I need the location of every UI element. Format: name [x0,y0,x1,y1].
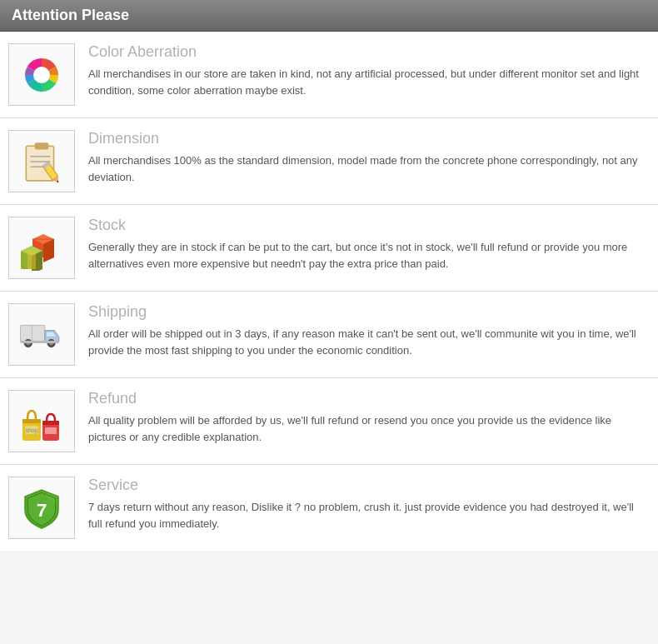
dimension-icon-box [8,130,75,192]
dimension-icon [19,139,64,184]
list-item: shop Refund All quality problem will be … [0,378,658,465]
items-container: Color Aberration All merchandises in our… [0,32,658,551]
svg-line-10 [57,181,58,182]
refund-content: Refund All quality problem will be affor… [88,390,650,445]
service-icon: 7 [19,486,64,531]
dimension-desc: All merchandises 100% as the standard di… [88,152,650,185]
service-desc: 7 days return without any reason, Dislik… [88,499,650,532]
color-aberration-icon [19,52,64,97]
list-item: Dimension All merchandises 100% as the s… [0,118,658,205]
color-aberration-content: Color Aberration All merchandises in our… [88,43,650,98]
dimension-content: Dimension All merchandises 100% as the s… [88,130,650,185]
svg-rect-31 [42,421,59,425]
refund-icon: shop [19,399,64,444]
stock-title: Stock [88,217,650,234]
shipping-desc: All order will be shipped out in 3 days,… [88,326,650,358]
svg-rect-3 [35,142,49,149]
color-aberration-title: Color Aberration [88,43,650,61]
refund-desc: All quality problem will be afforded by … [88,412,650,445]
shipping-icon-box [8,303,75,366]
stock-icon [19,226,64,271]
list-item: Stock Generally they are in stock if can… [0,205,658,292]
list-item: 7 Service 7 days return without any reas… [0,465,658,551]
list-item: Shipping All order will be shipped out i… [0,292,658,378]
stock-content: Stock Generally they are in stock if can… [88,217,650,272]
svg-point-1 [33,67,50,83]
list-item: Color Aberration All merchandises in our… [0,32,658,118]
refund-title: Refund [88,390,650,407]
stock-icon-box [8,217,75,279]
svg-rect-19 [21,325,45,342]
svg-rect-18 [27,251,36,269]
header: Attention Please [0,0,658,32]
svg-text:shop: shop [25,427,37,434]
service-icon-box: 7 [8,477,75,539]
svg-rect-24 [21,340,59,342]
svg-rect-32 [45,427,57,434]
shipping-title: Shipping [88,303,650,321]
dimension-title: Dimension [88,130,650,147]
service-title: Service [88,477,650,494]
svg-text:7: 7 [37,499,47,521]
service-content: Service 7 days return without any reason… [88,477,650,532]
svg-rect-27 [22,419,41,423]
shipping-content: Shipping All order will be shipped out i… [88,303,650,358]
shipping-icon [19,312,64,357]
color-aberration-icon-box [8,43,75,106]
header-title: Attention Please [12,7,129,23]
stock-desc: Generally they are in stock if can be pu… [88,239,650,272]
color-aberration-desc: All merchandises in our store are taken … [88,66,650,98]
refund-icon-box: shop [8,390,75,452]
